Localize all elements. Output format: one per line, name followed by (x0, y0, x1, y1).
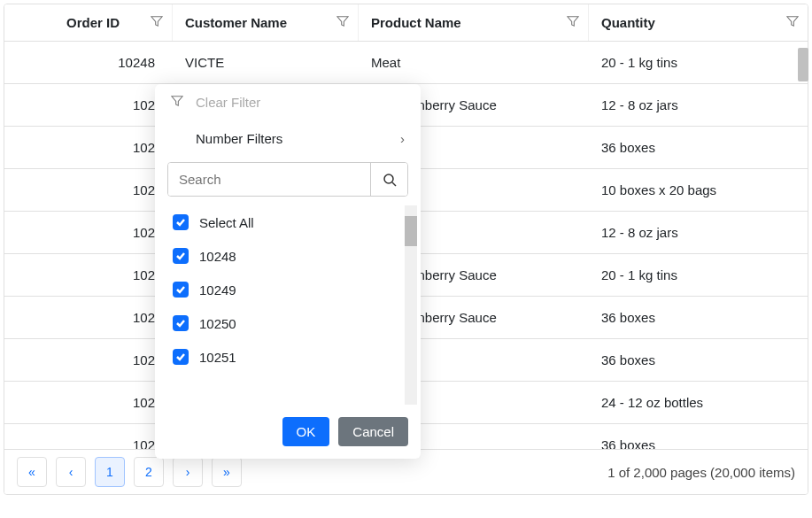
cell-orderid: 102 (4, 437, 173, 449)
scrollbar-thumb[interactable] (798, 48, 808, 81)
cell-orderid: 102 (4, 97, 173, 112)
filter-search-input[interactable] (168, 163, 370, 196)
checkbox-checked[interactable] (173, 214, 189, 230)
scrollbar-thumb[interactable] (405, 216, 417, 246)
select-all-item[interactable]: Select All (167, 205, 417, 239)
filter-value-item[interactable]: 10251 (167, 340, 417, 374)
column-label: Customer Name (185, 15, 287, 30)
pager-first-button[interactable]: « (17, 457, 47, 487)
cell-quantity: 12 - 8 oz jars (589, 97, 808, 112)
filter-value-label: 10251 (199, 350, 236, 365)
cell-quantity: 36 boxes (589, 437, 808, 449)
ok-button[interactable]: OK (282, 417, 330, 446)
pager-page-2[interactable]: 2 (134, 457, 164, 487)
cell-orderid: 102 (4, 225, 173, 240)
column-header-quantity[interactable]: Quantity (589, 4, 808, 41)
cell-orderid: 102 (4, 267, 173, 282)
cancel-button[interactable]: Cancel (338, 417, 408, 446)
cell-quantity: 12 - 8 oz jars (589, 225, 808, 240)
filter-icon (171, 95, 183, 110)
filter-value-item[interactable]: 10249 (167, 273, 417, 306)
filter-list-scrollbar[interactable] (405, 205, 417, 405)
filter-value-item[interactable]: 10248 (167, 239, 417, 273)
table-row[interactable]: 10248VICTEMeat20 - 1 kg tins (4, 42, 808, 84)
cell-quantity: 20 - 1 kg tins (589, 55, 808, 70)
checkbox-checked[interactable] (173, 315, 189, 331)
checkbox-checked[interactable] (173, 349, 189, 365)
grid-header: Order ID Customer Name Product Name Quan… (4, 4, 808, 42)
cell-quantity: 36 boxes (589, 352, 808, 367)
filter-search (167, 162, 408, 197)
pager-next-button[interactable]: › (173, 457, 203, 487)
cell-orderid: 102 (4, 395, 173, 410)
filter-value-item[interactable]: 10250 (167, 306, 417, 340)
pager-info: 1 of 2,000 pages (20,000 items) (607, 465, 795, 480)
cell-quantity: 24 - 12 oz bottles (589, 395, 808, 410)
clear-filter-item: Clear Filter (155, 84, 421, 120)
filter-icon[interactable] (786, 15, 799, 30)
cell-orderid: 102 (4, 182, 173, 197)
column-label: Order ID (66, 15, 120, 30)
cell-orderid: 10248 (4, 55, 173, 70)
filter-value-list: Select All 10248102491025010251 (167, 205, 417, 405)
filter-icon[interactable] (151, 15, 163, 30)
filter-value-label: 10248 (199, 249, 236, 264)
column-label: Quantity (601, 15, 655, 30)
vertical-scrollbar[interactable] (798, 44, 808, 478)
filter-icon[interactable] (336, 15, 349, 30)
column-header-customer[interactable]: Customer Name (173, 4, 359, 41)
column-header-product[interactable]: Product Name (359, 4, 589, 41)
column-header-orderid[interactable]: Order ID (4, 4, 173, 41)
clear-filter-label: Clear Filter (196, 95, 260, 110)
cell-quantity: 20 - 1 kg tins (589, 267, 808, 282)
filter-icon[interactable] (567, 15, 579, 30)
cell-quantity: 10 boxes x 20 bags (589, 182, 808, 197)
select-all-label: Select All (199, 215, 254, 230)
checkbox-checked[interactable] (173, 248, 189, 264)
filter-value-label: 10249 (199, 282, 236, 298)
column-label: Product Name (371, 15, 461, 30)
svg-point-0 (384, 174, 393, 183)
filter-footer: OK Cancel (155, 405, 421, 459)
cell-orderid: 102 (4, 140, 173, 155)
number-filters-item[interactable]: Number Filters › (155, 120, 421, 157)
search-button[interactable] (370, 163, 407, 196)
pager-last-button[interactable]: » (212, 457, 242, 487)
cell-customer: VICTE (173, 55, 359, 70)
filter-value-label: 10250 (199, 316, 236, 331)
cell-orderid: 102 (4, 352, 173, 367)
cell-product: Meat (359, 55, 589, 70)
cell-quantity: 36 boxes (589, 140, 808, 155)
filter-popup: Clear Filter Number Filters › Select All… (155, 84, 421, 459)
cell-quantity: 36 boxes (589, 310, 808, 325)
pager-page-1[interactable]: 1 (95, 457, 125, 487)
chevron-right-icon: › (400, 131, 405, 146)
cell-orderid: 102 (4, 310, 173, 325)
checkbox-checked[interactable] (173, 282, 189, 298)
pager-prev-button[interactable]: ‹ (56, 457, 86, 487)
number-filters-label: Number Filters (196, 131, 282, 146)
